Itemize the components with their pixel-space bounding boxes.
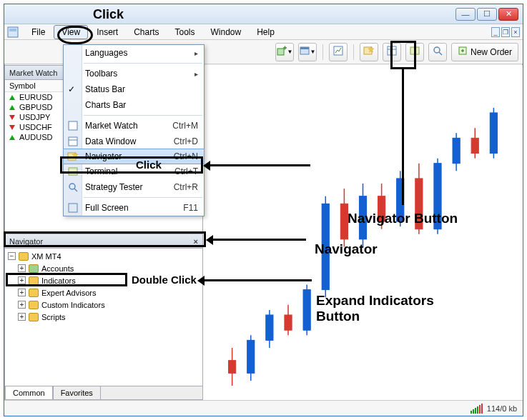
- navigator-tree: − XM MT4 + Accounts + Indicators +: [5, 249, 202, 324]
- market-watch-button[interactable]: [329, 43, 348, 61]
- arrow-up-icon: [9, 105, 15, 110]
- tree-root[interactable]: − XM MT4: [8, 250, 200, 262]
- title-bar: — ☐ ✕: [4, 4, 523, 24]
- symbol-label: GBPUSD: [19, 103, 52, 111]
- tree-scripts-label: Scripts: [41, 313, 66, 321]
- expand-icon[interactable]: +: [18, 264, 26, 272]
- navigator-toolbar-button[interactable]: [360, 43, 378, 61]
- menu-window[interactable]: Window: [204, 26, 249, 39]
- menu-charts-bar[interactable]: Charts Bar: [64, 97, 204, 113]
- strategy-tester-button[interactable]: [428, 43, 447, 61]
- svg-rect-55: [69, 137, 77, 146]
- svg-rect-53: [490, 113, 497, 154]
- svg-line-61: [74, 189, 77, 191]
- anno-label-click: Click: [93, 7, 124, 22]
- view-menu-dropdown: Languages Toolbars ✓Status Bar Charts Ba…: [63, 44, 205, 216]
- app-icon: [7, 26, 19, 38]
- chart-area[interactable]: [203, 65, 523, 400]
- expand-icon[interactable]: +: [18, 289, 26, 296]
- profiles-button[interactable]: ▼: [298, 43, 317, 61]
- svg-rect-2: [277, 49, 284, 55]
- connection-icon: [471, 404, 483, 414]
- data-window-icon: [67, 135, 79, 148]
- anno-box-indicators: [6, 273, 127, 286]
- svg-rect-27: [303, 290, 310, 331]
- status-bar: 114/0 kb: [4, 400, 523, 416]
- collapse-icon[interactable]: −: [8, 252, 16, 260]
- tree-expert-advisors[interactable]: + Expert Advisors: [8, 286, 200, 299]
- menu-data-window[interactable]: Data WindowCtrl+D: [64, 134, 204, 149]
- menu-full-screen[interactable]: Full ScreenF11: [64, 200, 204, 216]
- chevron-down-icon: ▼: [310, 49, 316, 55]
- menu-file[interactable]: File: [24, 26, 52, 39]
- tab-common[interactable]: Common: [5, 386, 53, 399]
- menu-languages[interactable]: Languages: [64, 45, 204, 61]
- symbol-label: USDJPY: [19, 113, 50, 121]
- anno-label-expand-indicators: Expand Indicators Button: [316, 293, 473, 324]
- svg-rect-50: [471, 138, 478, 153]
- anno-label-click2: Click: [136, 159, 162, 171]
- tree-scripts[interactable]: + Scripts: [8, 311, 200, 323]
- mdi-controls: _ ❐ ×: [491, 27, 520, 37]
- mdi-restore-button[interactable]: ❐: [501, 27, 510, 37]
- svg-point-60: [69, 184, 75, 189]
- menu-market-watch[interactable]: Market WatchCtrl+M: [64, 118, 204, 134]
- fullscreen-icon: [67, 201, 79, 214]
- menu-tools[interactable]: Tools: [168, 26, 202, 39]
- tree-root-label: XM MT4: [31, 252, 61, 261]
- market-watch-icon: [67, 119, 79, 132]
- check-icon: ✓: [68, 84, 75, 94]
- expand-icon[interactable]: +: [18, 313, 26, 321]
- anno-box-navigator-item: [60, 156, 203, 174]
- window-minimize-button[interactable]: —: [455, 8, 476, 21]
- app-window: — ☐ ✕ File View Insert Charts Tools Wind…: [4, 4, 523, 416]
- menu-toolbars[interactable]: Toolbars: [64, 66, 204, 81]
- window-close-button[interactable]: ✕: [498, 8, 518, 21]
- svg-rect-22: [266, 315, 273, 340]
- tree-ci-label: Custom Indicators: [41, 301, 105, 309]
- add-chart-button[interactable]: ▼: [275, 43, 294, 61]
- plus-chart-icon: [277, 46, 287, 58]
- tab-favorites[interactable]: Favorites: [53, 386, 101, 399]
- market-watch-title: Market Watch: [9, 69, 57, 77]
- folder-icon: [19, 252, 29, 261]
- anno-box-navigator-button: [390, 41, 416, 69]
- folder-icon: [29, 289, 39, 297]
- maximize-icon: ☐: [483, 9, 491, 19]
- mdi-minimize-button[interactable]: _: [491, 27, 500, 37]
- magnifier-icon: [433, 46, 443, 58]
- svg-rect-19: [247, 340, 255, 373]
- anno-arrow-line: [402, 69, 404, 205]
- menu-charts[interactable]: Charts: [127, 26, 166, 39]
- chevron-down-icon: ▼: [287, 49, 293, 55]
- arrow-up-icon: [9, 95, 15, 100]
- market-watch-icon: [333, 46, 343, 58]
- symbol-label: USDCHF: [19, 123, 52, 131]
- symbol-label: AUDUSD: [19, 133, 52, 141]
- minimize-icon: —: [462, 10, 470, 19]
- anno-label-nav-button: Navigator Button: [348, 211, 458, 226]
- menu-help[interactable]: Help: [250, 26, 282, 39]
- expand-icon[interactable]: +: [18, 301, 26, 309]
- svg-line-13: [439, 52, 442, 55]
- tree-custom-indicators[interactable]: + Custom Indicators: [8, 299, 200, 311]
- menu-strategy-tester[interactable]: Strategy TesterCtrl+R: [64, 179, 204, 195]
- menu-insert[interactable]: Insert: [89, 26, 125, 39]
- tree-accounts-label: Accounts: [41, 264, 74, 273]
- mdi-close-button[interactable]: ×: [511, 27, 520, 37]
- arrow-up-icon: [9, 135, 15, 140]
- symbol-label: EURUSD: [19, 93, 52, 101]
- anno-label-double-click: Double Click: [132, 274, 197, 286]
- window-maximize-button[interactable]: ☐: [477, 8, 497, 21]
- navigator-star-icon: [363, 45, 375, 59]
- folder-icon: [29, 313, 39, 321]
- magnifier-icon: [67, 181, 79, 194]
- menu-status-bar[interactable]: ✓Status Bar: [64, 81, 204, 97]
- svg-point-12: [434, 47, 440, 53]
- svg-rect-1: [9, 29, 16, 31]
- arrow-down-icon: [9, 115, 15, 120]
- new-order-button[interactable]: New Order: [451, 43, 518, 61]
- folder-icon: [29, 301, 39, 309]
- anno-arrow-to-navigator-item: [210, 164, 310, 166]
- arrow-down-icon: [9, 125, 15, 130]
